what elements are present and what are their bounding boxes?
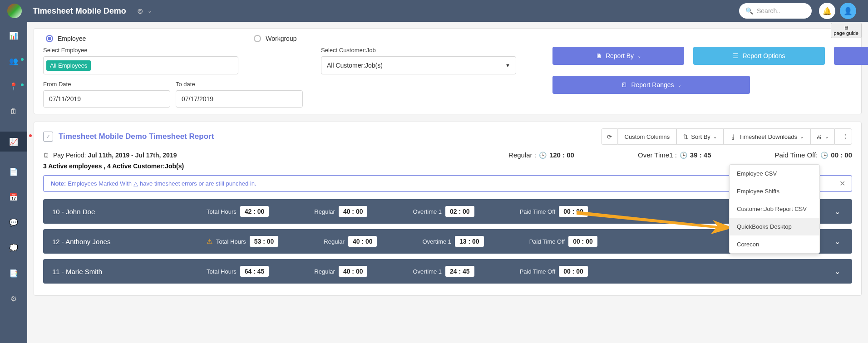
select-employee-label: Select Employee (43, 47, 303, 54)
sidebar-schedule-icon[interactable]: 🗓 (8, 106, 19, 117)
sidebar-location-icon[interactable]: 📍 (8, 81, 19, 92)
chevron-down-icon[interactable]: ⌄ (834, 267, 840, 276)
radio-unchecked-icon (254, 35, 261, 42)
chevron-down-icon: ⌄ (637, 54, 641, 59)
document-icon: 🗎 (596, 52, 602, 59)
report-doc-icon: ✓ (43, 132, 53, 142)
sidebar-message-icon[interactable]: 💭 (8, 242, 19, 253)
filter-panel: Employee Workgroup Select Employee All E… (34, 28, 862, 114)
radio-checked-icon (46, 35, 53, 42)
warning-triangle-icon: △ (133, 180, 138, 187)
search-icon: 🔍 (745, 7, 753, 15)
sidebar-chat-icon[interactable]: 💬 (8, 217, 19, 228)
chevron-down-icon: ⌄ (713, 134, 717, 139)
currency-dropdown-chevron-icon[interactable]: ⌄ (148, 8, 152, 14)
caret-down-icon: ▼ (505, 63, 510, 68)
summary-row: 🗓 Pay Period: Jul 11th, 2019 - Jul 17th,… (43, 151, 852, 159)
add-time-button[interactable]: ＋ Add Time ⌄ (834, 47, 868, 65)
pto-hours-value: 00 : 00 (559, 266, 588, 277)
regular-hours-value: 40 : 00 (348, 236, 377, 247)
workgroup-radio[interactable]: Workgroup (254, 35, 296, 42)
from-date-input[interactable]: 07/11/2019 (43, 90, 170, 108)
total-hours-value: 53 : 00 (250, 236, 279, 247)
notifications-button[interactable]: 🔔 (819, 3, 835, 19)
sidebar: 📊 👥 📍 🗓 📈 📄 📅 💬 💭 📑 ⚙ (0, 22, 27, 343)
overtime-hours-value: 24 : 45 (445, 266, 474, 277)
search-input[interactable]: 🔍 Search.. (739, 3, 812, 19)
clock-icon: 🕒 (680, 152, 687, 159)
list-icon: ☰ (733, 52, 739, 59)
select-customer-label: Select Customer:Job (321, 47, 516, 54)
chevron-down-icon: ⌄ (825, 134, 829, 139)
sidebar-reports-icon[interactable]: 📈 (0, 132, 27, 152)
regular-hours-value: 40 : 00 (339, 266, 368, 277)
timesheet-downloads-menu: Employee CSVEmployee ShiftsCustomer:Job … (729, 164, 820, 254)
refresh-button[interactable]: ⟳ (601, 128, 618, 145)
select-customer-dropdown[interactable]: All Customer:Job(s) ▼ (321, 56, 516, 74)
report-options-button[interactable]: ☰ Report Options (693, 47, 825, 65)
chevron-down-icon[interactable]: ⌄ (834, 207, 840, 216)
report-by-button[interactable]: 🗎 Report By ⌄ (552, 47, 684, 65)
laptop-icon: 🖥 (834, 25, 858, 30)
report-title: Timesheet Mobile Demo Timesheet Report (59, 132, 214, 141)
search-placeholder: Search.. (757, 7, 780, 15)
chevron-down-icon: ⌄ (800, 134, 804, 139)
bell-icon: 🔔 (823, 7, 832, 15)
to-date-input[interactable]: 07/17/2019 (176, 90, 303, 108)
user-menu-button[interactable]: 👤 (840, 3, 856, 19)
overtime-hours-value: 02 : 00 (445, 206, 474, 217)
sidebar-monitor-icon[interactable]: 📊 (8, 30, 19, 41)
pto-hours-value: 00 : 00 (568, 236, 597, 247)
download-option[interactable]: Employee CSV (730, 165, 819, 182)
timesheet-downloads-button[interactable]: ⭳Timesheet Downloads⌄ (724, 128, 810, 145)
calendar-icon: 🗓 (621, 81, 627, 88)
download-icon: ⭳ (730, 133, 736, 140)
chevron-down-icon[interactable]: ⌄ (834, 237, 840, 246)
employee-name: 10 - John Doe (52, 208, 207, 216)
custom-columns-button[interactable]: Custom Columns (618, 128, 677, 145)
user-icon: 👤 (843, 7, 853, 15)
sort-by-button[interactable]: ⇅Sort By⌄ (676, 128, 724, 145)
sidebar-page-icon[interactable]: 📑 (8, 268, 19, 279)
sidebar-calendar-icon[interactable]: 📅 (8, 191, 19, 202)
download-option[interactable]: Employee Shifts (730, 182, 819, 200)
regular-hours-value: 40 : 00 (339, 206, 368, 217)
clock-icon: 🕒 (820, 152, 828, 159)
brand-title: Timesheet Mobile Demo (33, 6, 126, 16)
select-employee-input[interactable]: All Employees (43, 56, 238, 74)
sidebar-users-icon[interactable]: 👥 (8, 55, 19, 66)
warning-triangle-icon: ⚠ (207, 237, 212, 245)
download-option[interactable]: QuickBooks Desktop (730, 218, 819, 235)
calendar-icon: 🗓 (43, 152, 49, 159)
top-bar: Timesheet Mobile Demo ⊚ ⌄ 🔍 Search.. 🔔 👤 (0, 0, 868, 22)
download-option[interactable]: Customer:Job Report CSV (730, 200, 819, 218)
sidebar-settings-icon[interactable]: ⚙ (8, 293, 19, 304)
currency-icon[interactable]: ⊚ (137, 7, 143, 15)
page-guide-badge[interactable]: 🖥 page guide (831, 23, 862, 38)
overtime-hours-value: 13 : 00 (455, 236, 484, 247)
pto-hours-value: 00 : 00 (559, 206, 588, 217)
download-option[interactable]: Corecon (730, 235, 819, 253)
printer-icon: 🖨 (816, 133, 822, 140)
note-close-button[interactable]: ✕ (839, 179, 845, 188)
total-hours-value: 42 : 00 (240, 206, 269, 217)
refresh-icon: ⟳ (607, 133, 612, 140)
report-ranges-button[interactable]: 🗓 Report Ranges ⌄ (552, 76, 750, 94)
clock-icon: 🕒 (539, 152, 547, 159)
expand-icon: ⛶ (840, 133, 846, 140)
print-button[interactable]: 🖨⌄ (810, 128, 834, 145)
report-toolbar: ⟳ Custom Columns ⇅Sort By⌄ ⭳Timesheet Do… (601, 128, 852, 145)
employee-name: 11 - Marie Smith (52, 268, 207, 275)
chevron-down-icon: ⌄ (678, 83, 681, 88)
from-date-label: From Date (43, 81, 170, 88)
employee-tag[interactable]: All Employees (46, 60, 91, 71)
logo-icon (7, 4, 22, 18)
total-hours-value: 64 : 45 (240, 266, 269, 277)
sidebar-document-icon[interactable]: 📄 (8, 166, 19, 177)
expand-button[interactable]: ⛶ (834, 128, 852, 145)
employee-radio[interactable]: Employee (46, 35, 86, 42)
employee-name: 12 - Anthony Jones (52, 238, 207, 245)
employee-row[interactable]: 11 - Marie Smith Total Hours64 : 45 Regu… (43, 259, 852, 284)
to-date-label: To date (176, 81, 303, 88)
sort-icon: ⇅ (683, 133, 688, 140)
